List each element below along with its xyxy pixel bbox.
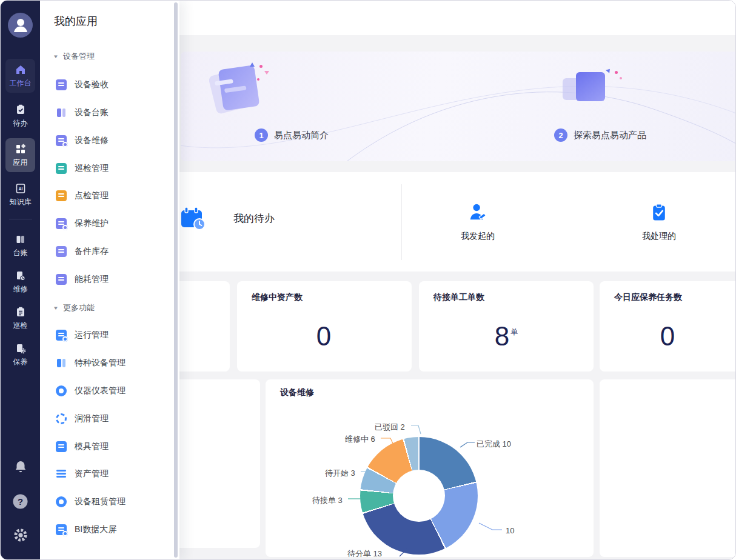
sidebar-item-ledger[interactable]: 台账 xyxy=(5,229,35,262)
maintenance-upkeep-icon xyxy=(56,218,67,229)
flyout-item-mold-management[interactable]: 模具管理 xyxy=(56,439,109,454)
person-icon xyxy=(8,13,33,38)
bell-icon xyxy=(13,459,28,475)
my-apps-flyout-panel: 我的应用 ▼ 设备管理 设备验收 设备台账 设备维修 巡检管理 点检管理 保养维… xyxy=(40,1,179,560)
ledger-icon xyxy=(15,233,27,245)
stat-unit: 单 xyxy=(510,328,518,336)
equipment-ledger-icon xyxy=(56,107,67,118)
todo-tabs-band: 我的待办 我发起的 我处理的 xyxy=(158,172,736,272)
user-avatar[interactable] xyxy=(8,13,33,38)
home-icon xyxy=(15,64,27,76)
banner-step-1[interactable]: 1 易点易动简介 xyxy=(255,128,329,142)
stat-value: 0 xyxy=(600,321,736,352)
maintenance-icon xyxy=(15,342,27,355)
flyout-item-spot-check-management[interactable]: 点检管理 xyxy=(56,188,109,203)
section-equipment-management[interactable]: ▼ 设备管理 xyxy=(53,51,95,62)
stat-card-assets-under-repair[interactable]: 维修中资产数 0 xyxy=(237,281,412,372)
pie-label-ten: 10 xyxy=(506,526,514,535)
my-initiated-label: 我发起的 xyxy=(461,231,495,242)
equipment-repair-chart-card: 设备维修 已完成 10 10 待分单 13 待接单 3 待开始 3 维修中 6 … xyxy=(266,379,594,557)
flyout-item-equipment-ledger[interactable]: 设备台账 xyxy=(56,105,109,120)
top-header-bar xyxy=(158,1,736,35)
flyout-item-energy-management[interactable]: 能耗管理 xyxy=(56,272,109,287)
chevron-down-icon: ▼ xyxy=(53,305,59,311)
flyout-item-spare-parts-inventory[interactable]: 备件库存 xyxy=(56,244,109,259)
banner-step-2[interactable]: 2 探索易点易动产品 xyxy=(554,128,646,142)
flyout-scrollbar-thumb[interactable] xyxy=(174,2,178,558)
ai-knowledge-icon: AI xyxy=(15,182,27,195)
pie-label-rejected: 已驳回 2 xyxy=(375,422,405,433)
flyout-item-equipment-rental[interactable]: 设备租赁管理 xyxy=(56,495,125,509)
help-button[interactable]: ? xyxy=(1,493,40,510)
todo-clipboard-icon xyxy=(15,104,27,116)
chevron-down-icon: ▼ xyxy=(53,54,59,59)
spot-check-management-icon xyxy=(56,190,67,201)
flyout-item-special-equipment[interactable]: 特种设备管理 xyxy=(56,356,125,370)
stat-card-maintenance-tasks-today[interactable]: 今日应保养任务数 0 xyxy=(600,281,736,372)
vertical-divider xyxy=(401,184,402,260)
chart-title: 设备维修 xyxy=(280,387,314,398)
flyout-item-asset-management[interactable]: 资产管理 xyxy=(56,467,109,481)
asset-management-icon xyxy=(56,468,67,479)
tab-my-initiated[interactable]: 我发起的 xyxy=(441,202,514,242)
my-todo-label: 我的待办 xyxy=(233,212,275,225)
flyout-item-inspection-management[interactable]: 巡检管理 xyxy=(56,161,109,176)
flyout-item-lubrication-management[interactable]: 润滑管理 xyxy=(56,412,109,426)
cubes-illustration xyxy=(563,67,623,119)
calendar-clock-icon xyxy=(181,206,206,230)
left-nav-sidebar: 工作台 待办 应用 AI 知识库 台账 维修 巡检 保养 xyxy=(1,1,40,560)
settings-button[interactable] xyxy=(1,527,40,544)
step-2-badge: 2 xyxy=(554,128,567,142)
special-equipment-icon xyxy=(56,358,67,368)
stat-title: 今日应保养任务数 xyxy=(614,292,682,303)
sidebar-item-knowledge-base[interactable]: AI 知识库 xyxy=(5,178,35,211)
energy-management-icon xyxy=(56,274,67,285)
tab-my-todo[interactable]: 我的待办 xyxy=(181,206,275,230)
flyout-item-bi-dashboard[interactable]: BI数据大屏 xyxy=(56,522,116,537)
onboarding-banner: 1 易点易动简介 2 探索易点易动产品 xyxy=(181,52,736,161)
pie-label-pending-accept: 待接单 3 xyxy=(312,495,343,506)
lubrication-management-icon xyxy=(56,413,67,424)
step-1-label: 易点易动简介 xyxy=(274,130,329,141)
stat-title: 待接单工单数 xyxy=(433,292,484,303)
gear-icon xyxy=(12,527,29,544)
instrument-management-icon xyxy=(56,385,67,396)
stat-value: 8单 xyxy=(419,321,594,352)
sidebar-item-apps[interactable]: 应用 xyxy=(5,138,35,172)
stat-title: 维修中资产数 xyxy=(252,292,303,303)
apps-grid-icon xyxy=(15,143,27,155)
sidebar-item-inspection[interactable]: 巡检 xyxy=(5,302,35,335)
inspection-management-icon xyxy=(56,163,67,174)
flyout-item-instrument-management[interactable]: 仪器仪表管理 xyxy=(56,384,125,398)
question-mark-icon: ? xyxy=(12,493,28,510)
person-edit-icon xyxy=(467,202,488,223)
pie-label-pending-assign: 待分单 13 xyxy=(347,548,382,557)
flyout-item-maintenance-upkeep[interactable]: 保养维护 xyxy=(56,216,109,231)
sidebar-item-repair[interactable]: 维修 xyxy=(5,265,35,298)
my-processed-label: 我处理的 xyxy=(642,231,676,242)
sidebar-item-todo[interactable]: 待办 xyxy=(5,99,35,132)
svg-text:?: ? xyxy=(18,496,23,507)
sidebar-item-maintenance[interactable]: 保养 xyxy=(5,338,35,371)
flyout-title: 我的应用 xyxy=(54,14,98,28)
mold-management-icon xyxy=(56,441,67,452)
flyout-item-equipment-repair[interactable]: 设备维修 xyxy=(56,133,109,148)
tab-my-processed[interactable]: 我处理的 xyxy=(623,202,695,242)
pie-label-repairing: 维修中 6 xyxy=(345,434,375,445)
bottom-card-right xyxy=(600,379,736,557)
repair-icon xyxy=(15,270,27,282)
section-more-features[interactable]: ▼ 更多功能 xyxy=(53,302,95,313)
flyout-item-equipment-acceptance[interactable]: 设备验收 xyxy=(56,78,109,92)
svg-text:AI: AI xyxy=(18,187,22,191)
notifications-button[interactable] xyxy=(1,459,40,475)
inspection-icon xyxy=(15,306,27,318)
spare-parts-inventory-icon xyxy=(56,246,67,257)
flyout-item-operation-management[interactable]: 运行管理 xyxy=(56,328,109,342)
sidebar-item-workbench[interactable]: 工作台 xyxy=(5,59,35,93)
equipment-rental-icon xyxy=(56,496,67,507)
clipboard-check-icon xyxy=(649,202,669,223)
pie-label-to-start: 待开始 3 xyxy=(325,468,355,479)
donut-chart[interactable] xyxy=(360,437,478,555)
stat-card-pending-work-orders[interactable]: 待接单工单数 8单 xyxy=(419,281,594,372)
app-window: 1 易点易动简介 2 探索易点易动产品 我的待办 xyxy=(0,0,736,560)
